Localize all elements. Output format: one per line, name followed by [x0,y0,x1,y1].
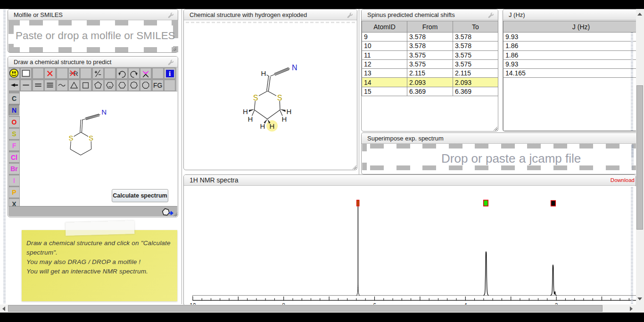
svg-text:S: S [277,94,282,102]
svg-text:S: S [253,94,258,102]
svg-text:N: N [102,107,107,116]
svg-text:H: H [287,107,292,116]
svg-text:N: N [292,64,297,72]
svg-text:H: H [270,122,275,130]
svg-text:H: H [282,115,287,123]
svg-text:H: H [243,107,248,116]
svg-text:H: H [260,122,265,130]
svg-text:H: H [248,115,253,123]
svg-text:H: H [261,69,266,77]
svg-text:S: S [89,134,93,142]
svg-text:S: S [69,134,74,142]
